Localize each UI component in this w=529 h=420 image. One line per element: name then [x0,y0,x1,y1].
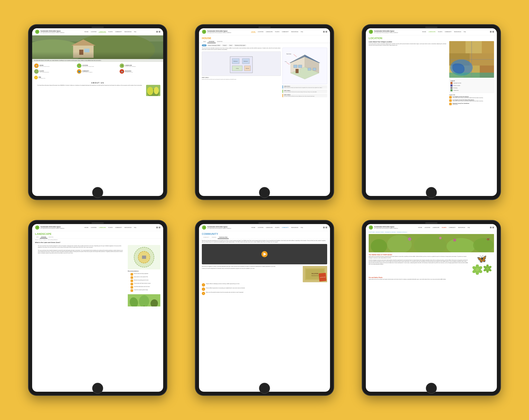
nav-house-pl[interactable]: HOUSE [418,227,423,228]
nav-landscape-house[interactable]: LANDSCAPE [265,31,273,33]
search-icon-house[interactable] [323,31,325,33]
nav-landscape-loc[interactable]: LANDSCAPE [428,31,436,33]
nav-faq-pl[interactable]: FAQ [467,227,470,228]
comm-tab-federal[interactable]: FEDERAL [211,236,218,239]
nav-resources-pl[interactable]: RESOURCES [458,227,465,228]
community-tab-row[interactable]: COMMUNITY FEDERAL YOUR SOLUTION [199,236,330,239]
nav-location-home[interactable]: LOCATION [90,31,97,33]
nav-resources-comm[interactable]: RESOURCES [291,227,299,228]
comm-tab-solution[interactable]: YOUR SOLUTION [218,236,229,239]
nav-faq-land[interactable]: FAQ [133,227,136,228]
icon-landscape[interactable]: 🌿 LANDSCAPE Create fire resilient landsc… [120,64,161,68]
nav-plants-comm[interactable]: PLANTS [275,227,280,228]
nav-resources-home[interactable]: RESOURCES [124,31,132,33]
icon-location[interactable]: 📍 LOCATION Learn about your unique locat… [77,64,119,68]
nav-resources-land[interactable]: RESOURCES [124,227,132,228]
icon-house[interactable]: 🏠 HOUSE Protect your house from fire [34,64,76,68]
menu-icon-home[interactable] [159,31,160,33]
tab-new[interactable]: NEW [202,40,207,43]
menu-icon-community[interactable] [326,227,327,228]
nav-location-comm[interactable]: LOCATION [257,227,264,228]
sub-tab-eaves[interactable]: Eaves, Overhangs, Soffits [207,44,221,46]
sub-nav-covers[interactable]: GROUND COVERS [376,232,384,233]
nav-faq-house[interactable]: FAQ [300,31,303,33]
nav-house-home[interactable]: HOUSE [84,31,89,33]
nav-community-house[interactable]: COMMUNITY [281,31,289,33]
search-icon-landscape[interactable] [156,227,158,228]
rec-text-1: Remove dead and dying vegetation [134,273,148,274]
nav-community-loc[interactable]: COMMUNITY [444,31,452,33]
sub-tab-vents[interactable]: Vents [228,44,233,46]
house-tab-row[interactable]: NEW UPGRADE MAINTAIN [199,40,330,43]
nav-resources-house[interactable]: RESOURCES [291,31,299,33]
nav-landscape-comm[interactable]: LANDSCAPE [265,227,273,228]
tab-upgrade[interactable]: UPGRADE [207,40,216,43]
menu-icon-landscape[interactable] [159,227,160,228]
nav-community-home[interactable]: COMMUNITY [115,31,122,33]
sub-tab-windows[interactable]: Windows & Sky Lights [234,44,246,46]
nav-house-comm[interactable]: HOUSE [251,227,256,228]
nav-faq-home[interactable]: FAQ [133,31,136,33]
video-area[interactable] [202,244,327,264]
location-map-area: Legend Statewide Fire Risk Primary Locat… [449,41,494,106]
sub-nav-grasses[interactable]: ORNAMENTAL GRASSES [385,232,396,233]
nav-plants-land[interactable]: PLANTS [108,227,113,228]
nav-community-land[interactable]: COMMUNITY [115,227,122,228]
search-icon-home[interactable] [156,31,158,33]
screen-location: 🌿 Sustainable Defensible Space Eco-appro… [366,28,497,196]
icon-plants[interactable]: 🌱 PLANTS Choose appropriate plants [34,69,76,74]
land-tab-new[interactable]: NEW [35,236,40,238]
nav-community-page[interactable]: HOUSE LOCATION LANDSCAPE PLANTS COMMUNIT… [251,227,303,228]
nav-house-land[interactable]: HOUSE [84,227,89,228]
nav-community-pl[interactable]: COMMUNITY [449,227,456,228]
comm-tab-community[interactable]: COMMUNITY [202,236,211,239]
tab-maintain[interactable]: MAINTAIN [216,40,224,43]
nav-landscape-active[interactable]: LANDSCAPE [98,227,106,228]
nav-plants-page[interactable]: HOUSE LOCATION LANDSCAPE PLANTS COMMUNIT… [418,227,470,228]
land-tab-upgrade[interactable]: UPGRADE [40,236,47,238]
search-icon-location[interactable] [490,31,491,33]
sub-nav-perennials[interactable]: PERENNIALS/ANNUALS [397,232,407,233]
nav-faq-loc[interactable]: FAQ [463,31,466,33]
nav-location-pl[interactable]: LOCATION [424,227,431,228]
layer-num-2: 2. [449,99,452,102]
nav-home[interactable]: HOUSE LOCATION LANDSCAPE PLANTS COMMUNIT… [84,31,137,33]
logo-tagline-land: Eco-appropriate Homescaping for Wildfire… [40,228,64,229]
icon-resource[interactable]: 📚 RESOURCE Find helpful resources [120,69,161,74]
landscape-tabs[interactable]: NEW UPGRADE MAINTAIN [32,236,163,238]
nav-plants-active[interactable]: PLANTS [441,227,447,228]
nav-landscape-pl[interactable]: LANDSCAPE [432,227,440,228]
play-button[interactable] [262,251,267,257]
nav-plants-home[interactable]: PLANTS [108,31,113,33]
nav-location-page[interactable]: HOUSE LANDSCAPE PLANTS COMMUNITY RESOURC… [422,31,466,33]
nav-landscape-page[interactable]: HOUSE LOCATION LANDSCAPE PLANTS COMMUNIT… [84,227,137,228]
nav-house-page[interactable]: HOUSE LOCATION LANDSCAPE PLANTS COMMUNIT… [251,31,303,33]
sub-tab-gutters[interactable]: Gutters [222,44,227,46]
nav-house-active[interactable]: HOUSE [251,31,256,33]
menu-icon-plants[interactable] [492,227,494,228]
logo-tagline-plants: Eco-appropriate Homescaping for Wildfire… [374,228,398,229]
nav-community-active[interactable]: COMMUNITY [281,227,289,228]
nav-resources-loc[interactable]: RESOURCES [454,31,462,33]
nav-location-house[interactable]: LOCATION [257,31,264,33]
nav-faq-comm[interactable]: FAQ [300,227,303,228]
nav-icons-landscape [156,227,160,228]
svg-point-92 [486,267,489,270]
nav-landscape-home[interactable]: LANDSCAPE [98,31,106,33]
search-icon-plants[interactable] [490,227,491,228]
nav-house-loc[interactable]: HOUSE [422,31,427,33]
house-sub-tab-row[interactable]: Roof Eaves, Overhangs, Soffits Gutters V… [199,44,330,46]
svg-point-78 [453,239,456,242]
sub-tab-roof[interactable]: Roof [202,44,207,46]
nav-plants-loc[interactable]: PLANTS [437,31,443,33]
menu-icon-house[interactable] [326,31,327,33]
nav-location-land[interactable]: LOCATION [90,227,97,228]
menu-icon-location[interactable] [492,31,494,33]
search-icon-community[interactable] [323,227,325,228]
land-tab-maintain[interactable]: MAINTAIN [47,236,55,238]
sub-nav-form[interactable]: PLANT FORM [369,232,375,233]
nav-plants-house[interactable]: PLANTS [275,31,280,33]
icon-community[interactable]: 👥 COMMUNITY Connect with your neighbors [77,69,119,74]
landscape-breadcrumb[interactable]: House > Zone 1 > Zone 2 > Surrounding Wi… [32,239,163,241]
plants-sub-nav[interactable]: PLANT FORM | GROUND COVERS | ORNAMENTAL … [366,231,497,233]
